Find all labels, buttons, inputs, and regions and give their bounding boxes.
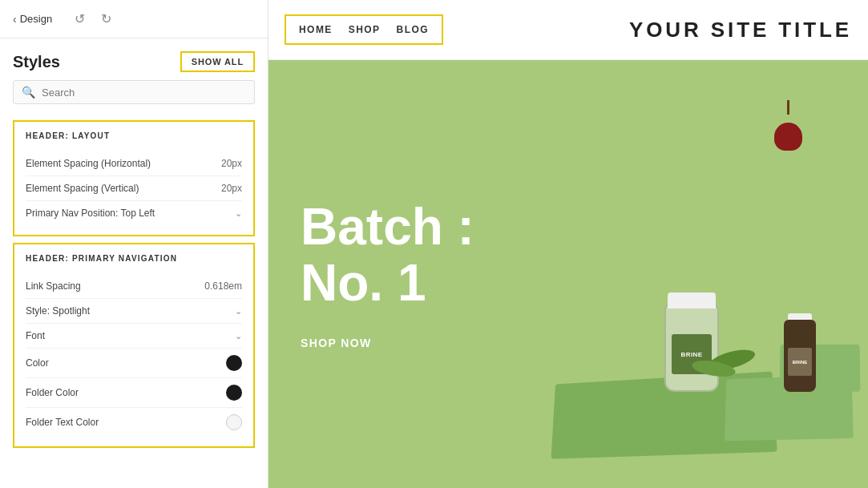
nav-item-blog[interactable]: BLOG — [397, 24, 429, 35]
right-panel: HOME SHOP BLOG YOUR SITE TITLE Batch : N… — [268, 0, 868, 488]
property-row-link-spacing: Link Spacing 0.618em — [26, 274, 242, 299]
hero-headline: Batch : No. 1 — [301, 199, 474, 312]
header-layout-section: HEADER: LAYOUT Element Spacing (Horizont… — [13, 120, 255, 236]
search-icon: 🔍 — [22, 86, 35, 99]
property-row-folder-color[interactable]: Folder Color — [26, 378, 242, 408]
back-arrow-icon: ‹ — [13, 13, 17, 26]
beet-body — [774, 123, 802, 151]
prop-label-folder-color: Folder Color — [26, 387, 79, 398]
prop-label-h-spacing: Element Spacing (Horizontal) — [26, 158, 151, 169]
nav-item-home[interactable]: HOME — [299, 24, 333, 35]
property-row-h-spacing: Element Spacing (Horizontal) 20px — [26, 151, 242, 176]
prop-label-style: Style: Spotlight — [26, 305, 90, 317]
prop-label-nav-pos: Primary Nav Position: Top Left — [26, 208, 155, 219]
prop-label-folder-text-color: Folder Text Color — [26, 417, 99, 428]
undo-button[interactable]: ↺ — [71, 10, 88, 28]
show-all-button[interactable]: SHOW ALL — [180, 51, 255, 72]
nav-pos-dropdown-icon: ⌄ — [235, 208, 242, 219]
top-bar: ‹ Design ↺ ↻ — [0, 0, 268, 38]
prop-label-color: Color — [26, 357, 49, 369]
style-dropdown-icon: ⌄ — [235, 306, 242, 317]
prop-value-nav-pos: ⌄ — [235, 208, 242, 219]
header-primary-nav-title: HEADER: PRIMARY NAVIGATION — [26, 254, 242, 263]
prop-label-font: Font — [26, 330, 45, 341]
nav-box: HOME SHOP BLOG — [285, 14, 443, 45]
prop-value-h-spacing: 20px — [221, 158, 242, 169]
search-bar: 🔍 — [13, 80, 255, 104]
property-row-nav-pos[interactable]: Primary Nav Position: Top Left ⌄ — [26, 201, 242, 225]
bottle-product: BRINE — [780, 304, 820, 392]
bottle-label: BRINE — [788, 348, 812, 376]
jar-body: BRINE — [664, 304, 719, 392]
hero-products: BRINE BRINE — [478, 60, 868, 488]
header-primary-nav-section: HEADER: PRIMARY NAVIGATION Link Spacing … — [13, 243, 255, 448]
styles-header: Styles SHOW ALL — [0, 38, 268, 80]
nav-item-shop[interactable]: SHOP — [349, 24, 381, 35]
undo-redo-group: ↺ ↻ — [71, 10, 115, 28]
prop-value-color — [226, 355, 242, 371]
property-row-font[interactable]: Font ⌄ — [26, 324, 242, 349]
color-swatch — [226, 355, 242, 371]
back-button[interactable]: ‹ Design — [13, 13, 52, 26]
beet-stem — [787, 100, 789, 115]
prop-value-font: ⌄ — [235, 331, 242, 341]
jar-lid — [668, 292, 716, 309]
folder-color-swatch — [226, 385, 242, 401]
hero-content: Batch : No. 1 Shop Now — [301, 199, 474, 350]
styles-title: Styles — [13, 53, 60, 71]
property-row-color[interactable]: Color — [26, 349, 242, 378]
beet-vegetable — [772, 100, 804, 140]
property-row-v-spacing: Element Spacing (Vertical) 20px — [26, 176, 242, 201]
back-label: Design — [20, 13, 52, 25]
font-dropdown-icon: ⌄ — [235, 331, 242, 341]
hero-headline-line2: No. 1 — [301, 255, 474, 311]
property-row-style[interactable]: Style: Spotlight ⌄ — [26, 299, 242, 324]
shop-now-button[interactable]: Shop Now — [301, 336, 372, 349]
prop-value-folder-color — [226, 385, 242, 401]
search-input[interactable] — [42, 87, 246, 99]
site-header: HOME SHOP BLOG YOUR SITE TITLE — [268, 0, 868, 60]
scrollable-content: HEADER: LAYOUT Element Spacing (Horizont… — [0, 114, 268, 488]
header-layout-title: HEADER: LAYOUT — [26, 131, 242, 140]
prop-value-link-spacing: 0.618em — [204, 280, 242, 292]
redo-button[interactable]: ↻ — [98, 10, 115, 28]
folder-text-color-swatch — [226, 414, 242, 430]
prop-value-folder-text-color — [226, 414, 242, 430]
jar-product: BRINE — [660, 288, 724, 392]
property-row-folder-text-color[interactable]: Folder Text Color — [26, 408, 242, 437]
prop-label-v-spacing: Element Spacing (Vertical) — [26, 183, 139, 194]
left-panel: ‹ Design ↺ ↻ Styles SHOW ALL 🔍 HEADER: L… — [0, 0, 268, 488]
prop-value-style: ⌄ — [235, 306, 242, 317]
bottle-body: BRINE — [784, 320, 816, 392]
prop-value-v-spacing: 20px — [221, 183, 242, 194]
site-title: YOUR SITE TITLE — [629, 18, 852, 42]
hero-section: Batch : No. 1 Shop Now BRINE — [268, 60, 868, 488]
prop-label-link-spacing: Link Spacing — [26, 280, 81, 292]
hero-headline-line1: Batch : — [301, 199, 474, 255]
